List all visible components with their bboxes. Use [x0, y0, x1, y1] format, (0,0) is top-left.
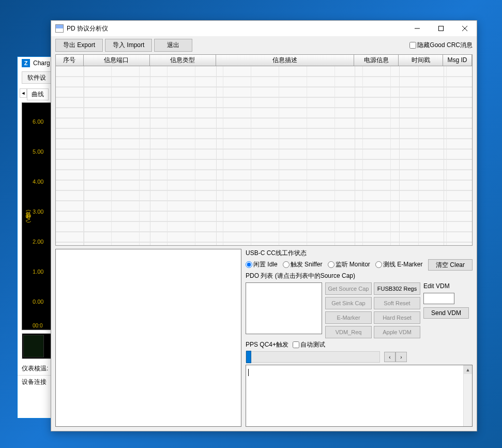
scroll-up-icon[interactable]: ▲	[464, 365, 472, 374]
app-icon	[55, 24, 64, 33]
auto-test-checkbox[interactable]: 自动测试	[293, 340, 325, 349]
th-time[interactable]: 时间戳	[399, 55, 443, 66]
bg-y-tick: 3.00	[33, 208, 43, 215]
table-header: 序号 信息端口 信息类型 信息描述 电源信息 时间戳 Msg ID	[56, 55, 472, 66]
bg-tab-curve[interactable]: 曲线	[27, 88, 49, 100]
auto-test-label: 自动测试	[300, 340, 325, 349]
titlebar: PD 协议分析仪	[51, 21, 477, 36]
pps-spin: ‹ ›	[384, 352, 407, 362]
message-table[interactable]: 序号 信息端口 信息类型 信息描述 电源信息 时间戳 Msg ID	[55, 54, 473, 246]
th-power[interactable]: 电源信息	[354, 55, 399, 66]
window-title: PD 协议分析仪	[67, 24, 405, 33]
radio-emarker[interactable]: 测线 E-Marker	[375, 260, 423, 269]
pdo-button-grid: Get Source Cap FUSB302 Regs Get Sink Cap…	[325, 282, 420, 338]
bg-settings-button[interactable]: 软件设	[22, 71, 52, 84]
clear-button[interactable]: 清空 Clear	[428, 259, 473, 271]
hide-crc-label: 隐藏Good CRC消息	[417, 41, 473, 50]
get-source-cap-button[interactable]: Get Source Cap	[325, 282, 372, 295]
auto-test-input[interactable]	[293, 341, 299, 348]
emarker-button[interactable]: E-Marker	[325, 311, 372, 324]
bg-tab-prev[interactable]: ◄	[20, 88, 27, 98]
bg-gauge-lcd	[23, 335, 44, 357]
pps-slider-thumb[interactable]	[246, 351, 251, 363]
exit-button[interactable]: 退出	[154, 39, 192, 52]
toolbar: 导出 Export 导入 Import 退出 隐藏Good CRC消息	[51, 36, 477, 54]
bg-y-tick: 6.00	[33, 118, 43, 125]
get-sink-cap-button[interactable]: Get Sink Cap	[325, 297, 372, 309]
soft-reset-button[interactable]: Soft Reset	[374, 297, 420, 309]
pdo-section: Get Source Cap FUSB302 Regs Get Sink Cap…	[246, 282, 473, 338]
maximize-button[interactable]	[429, 21, 453, 36]
th-desc[interactable]: 信息描述	[216, 55, 355, 66]
th-index[interactable]: 序号	[56, 55, 84, 66]
vdm-input[interactable]	[423, 293, 454, 304]
import-button[interactable]: 导入 Import	[105, 39, 152, 52]
right-controls: USB-C CC线工作状态 闲置 Idle 触发 Sniffer 监听 Moni…	[246, 249, 473, 427]
table-body[interactable]	[56, 66, 472, 245]
detail-textbox[interactable]	[55, 249, 241, 427]
bg-x-tick: 00:0	[33, 323, 42, 328]
edit-vdm-label: Edit VDM	[423, 282, 469, 290]
pdo-label: PDO 列表 (请点击列表中的Source Cap)	[246, 272, 473, 280]
pps-slider-row: ‹ ›	[246, 351, 473, 363]
bg-y-tick: 1.00	[33, 268, 43, 275]
pps-label: PPS QC4+触发	[246, 340, 288, 349]
th-msgid[interactable]: Msg ID	[443, 55, 472, 66]
export-button[interactable]: 导出 Export	[55, 39, 103, 52]
bg-y-tick: 4.00	[33, 178, 43, 185]
text-cursor	[248, 369, 249, 376]
vdm-section: Edit VDM Send VDM	[423, 282, 469, 319]
th-port[interactable]: 信息端口	[84, 55, 150, 66]
cc-status-label: USB-C CC线工作状态	[246, 249, 473, 258]
vdm-req-button[interactable]: VDM_Req	[325, 326, 372, 338]
pps-slider[interactable]	[246, 351, 380, 363]
pps-spin-right[interactable]: ›	[395, 352, 407, 362]
cc-status-row: 闲置 Idle 触发 Sniffer 监听 Monitor 测线 E-Marke…	[246, 260, 473, 270]
bg-title-text: Charg	[33, 59, 50, 67]
log-textarea[interactable]: ▲	[246, 365, 473, 427]
send-vdm-button[interactable]: Send VDM	[423, 307, 469, 319]
hide-crc-checkbox[interactable]: 隐藏Good CRC消息	[409, 41, 473, 50]
close-button[interactable]	[453, 21, 477, 36]
cc-radio-group: 闲置 Idle 触发 Sniffer 监听 Monitor 测线 E-Marke…	[246, 260, 423, 269]
bg-y-tick: 2.00	[33, 238, 43, 245]
pps-row: PPS QC4+触发 自动测试	[246, 340, 473, 349]
radio-monitor[interactable]: 监听 Monitor	[328, 260, 370, 269]
th-type[interactable]: 信息类型	[150, 55, 216, 66]
minimize-button[interactable]	[405, 21, 429, 36]
radio-idle[interactable]: 闲置 Idle	[246, 260, 278, 269]
log-scrollbar[interactable]: ▲	[463, 365, 472, 426]
svg-rect-1	[439, 26, 444, 31]
pdo-listbox[interactable]	[246, 282, 322, 334]
pps-spin-left[interactable]: ‹	[384, 352, 395, 362]
hard-reset-button[interactable]: Hard Reset	[374, 311, 420, 324]
bg-y-tick: 0.00	[33, 298, 43, 305]
bg-y-tick: 5.00	[33, 148, 43, 155]
fusb302-regs-button[interactable]: FUSB302 Regs	[374, 282, 420, 295]
main-window: PD 协议分析仪 导出 Export 导入 Import 退出 隐藏Good C…	[51, 20, 477, 431]
hide-crc-input[interactable]	[409, 42, 416, 49]
bottom-panels: USB-C CC线工作状态 闲置 Idle 触发 Sniffer 监听 Moni…	[55, 249, 473, 427]
radio-sniffer[interactable]: 触发 Sniffer	[283, 260, 323, 269]
apple-vdm-button[interactable]: Apple VDM	[374, 326, 420, 338]
bg-y-axis-label: 伏特(Volt)	[24, 210, 32, 223]
bg-app-icon: Z	[22, 59, 30, 67]
